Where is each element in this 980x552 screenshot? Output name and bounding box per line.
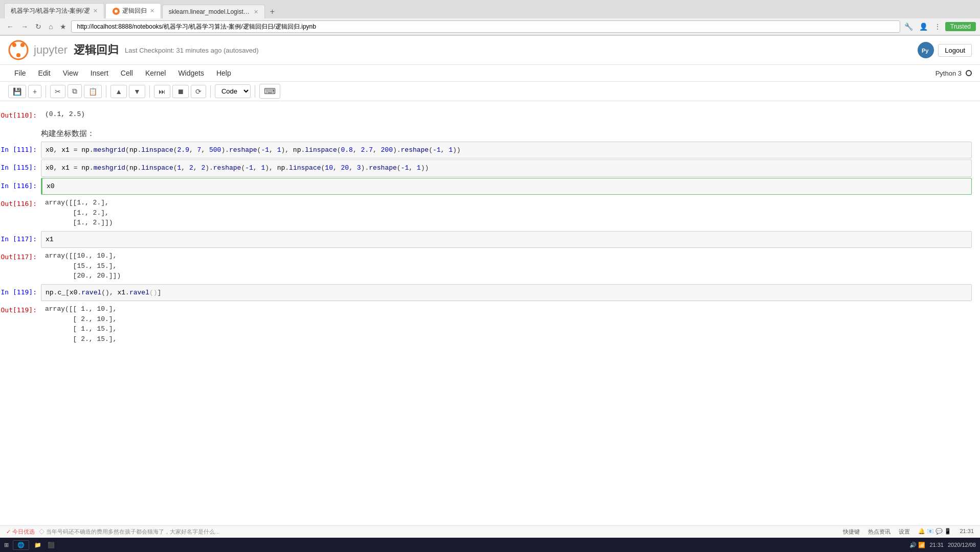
code-cell-119[interactable]: np.c_[x0.ravel(), x1.ravel()] (41, 284, 972, 302)
kernel-name: Python 3 (936, 70, 962, 77)
new-tab-button[interactable]: + (266, 5, 279, 18)
toolbar: 💾 + ✂ ⧉ 📋 ▲ ▼ ⏭ ⏹ ⟳ Code ⌨ (0, 82, 980, 101)
output-110: (0.1, 2.5) (41, 107, 972, 122)
svg-point-5 (16, 53, 20, 57)
input-117[interactable]: x1 (41, 231, 972, 248)
save-button[interactable]: 💾 (8, 85, 26, 98)
code-cell-111[interactable]: x0, x1 = np.meshgrid(np.linspace(2.9, 7,… (41, 142, 972, 159)
tab-sklearn-close[interactable]: ✕ (254, 9, 258, 15)
trusted-badge[interactable]: Trusted (945, 22, 976, 31)
output-119-text: array([[ 1., 10.], [ 2., 10.], [ 1., 15.… (41, 302, 972, 346)
reload-button[interactable]: ↻ (33, 21, 44, 32)
cell-in-116: In [116]: x0 (0, 178, 980, 195)
python-logo: Py (918, 42, 934, 58)
tab-logistic[interactable]: 逻辑回归 ✕ (105, 3, 161, 18)
cell-out-117: Out[117]: array([[10., 10.], [15., 15.],… (0, 249, 980, 283)
output-116-text: array([[1., 2.], [1., 2.], [1., 2.]]) (41, 196, 972, 230)
status-settings[interactable]: 设置 (899, 528, 910, 536)
interrupt-button[interactable]: ⏹ (172, 85, 189, 98)
move-up-button[interactable]: ▲ (110, 85, 127, 98)
taskbar-terminal[interactable]: ⬛ (44, 541, 58, 549)
output-117: array([[10., 10.], [15., 15.], [20., 20.… (41, 249, 972, 283)
toolbar-separator-1 (46, 85, 46, 98)
input-115[interactable]: x0, x1 = np.meshgrid(np.linspace(1, 2, 2… (41, 159, 972, 177)
menu-view[interactable]: View (57, 67, 84, 79)
code-cell-115[interactable]: x0, x1 = np.meshgrid(np.linspace(1, 2, 2… (41, 159, 972, 177)
paste-cell-button[interactable]: 📋 (84, 85, 102, 98)
tab-sklearn[interactable]: sklearn.linear_model.Logistic... ✕ (162, 5, 265, 18)
keyboard-shortcuts-button[interactable]: ⌨ (259, 84, 280, 99)
logout-button[interactable]: Logout (938, 44, 972, 57)
jupyter-brand: jupyter (34, 43, 68, 57)
toolbar-separator-2 (106, 85, 106, 98)
code-cell-116[interactable]: x0 (41, 178, 972, 195)
taskbar-items: 🌐 📁 ⬛ (9, 540, 909, 550)
menu-kernel[interactable]: Kernel (139, 67, 172, 79)
nav-bar: ← → ↻ ⌂ ★ 🔧 👤 ⋮ Trusted (0, 18, 980, 35)
run-button[interactable]: ⏭ (154, 85, 170, 98)
back-button[interactable]: ← (4, 21, 16, 32)
home-button[interactable]: ⌂ (46, 21, 55, 32)
output-119: array([[ 1., 10.], [ 2., 10.], [ 1., 15.… (41, 302, 972, 346)
jupyter-tab-icon (112, 7, 120, 15)
status-shortcuts[interactable]: 快捷键 (843, 528, 860, 536)
input-111[interactable]: x0, x1 = np.meshgrid(np.linspace(2.9, 7,… (41, 142, 972, 159)
input-119[interactable]: np.c_[x0.ravel(), x1.ravel()] (41, 284, 972, 302)
status-hotspot[interactable]: 热点资讯 (868, 528, 890, 536)
kernel-info: Python 3 (936, 70, 972, 77)
status-bar: ✓ 今日优选 ◇ 当年号码还不确造的费用多然在孩子都会猫海了，大家好名字是什么.… (0, 525, 980, 538)
cell-in-111: In [111]: x0, x1 = np.meshgrid(np.linspa… (0, 142, 980, 159)
tab-logistic-title: 逻辑回归 (122, 7, 147, 15)
status-right: 快捷键 热点资讯 设置 🔔 📧 💬 📱 21:31 (843, 528, 974, 536)
taskbar-explorer[interactable]: 📁 (31, 541, 44, 549)
taskbar-start[interactable]: ⊞ (4, 542, 9, 548)
copy-cell-button[interactable]: ⧉ (68, 84, 82, 98)
cut-cell-button[interactable]: ✂ (50, 85, 65, 98)
menu-insert[interactable]: Insert (84, 67, 115, 79)
extensions-button[interactable]: 🔧 (902, 21, 915, 32)
notebook-name[interactable]: 逻辑回归 (74, 42, 119, 58)
menu-file[interactable]: File (8, 67, 32, 79)
status-icons: 🔔 📧 💬 📱 (918, 528, 951, 536)
checkpoint-info: Last Checkpoint: 31 minutes ago (autosav… (125, 47, 918, 54)
status-time-right: 21:31 (960, 528, 974, 536)
tab-sklearn-title: sklearn.linear_model.Logistic... (169, 8, 251, 15)
restart-button[interactable]: ⟳ (191, 85, 206, 98)
add-cell-button[interactable]: + (28, 85, 41, 98)
tab-bar: 机器学习/机器学习法-案例/逻 ✕ 逻辑回归 ✕ sklearn.linear_… (0, 0, 980, 18)
svg-text:Py: Py (922, 48, 929, 54)
output-110-text: (0.1, 2.5) (41, 107, 972, 122)
menu-button[interactable]: ⋮ (932, 21, 943, 32)
tab-logistic-close[interactable]: ✕ (150, 8, 154, 14)
bookmark-button[interactable]: ★ (57, 21, 69, 32)
menu-bar: File Edit View Insert Cell Kernel Widget… (0, 65, 980, 82)
prompt-in-119: In [119]: (0, 284, 41, 302)
jupyter-logo: jupyter (8, 40, 68, 60)
tab-ml-notebook[interactable]: 机器学习/机器学习法-案例/逻 ✕ (4, 3, 104, 18)
section-label: 构建坐标数据： (0, 123, 980, 141)
status-today[interactable]: ✓ 今日优选 (6, 528, 35, 536)
code-cell-117[interactable]: x1 (41, 231, 972, 248)
menu-widgets[interactable]: Widgets (172, 67, 210, 79)
browser-taskbar-icon: 🌐 (17, 542, 25, 548)
taskbar-right: 🔊 📶 21:31 2020/12/08 (909, 542, 976, 548)
forward-button[interactable]: → (18, 21, 31, 32)
svg-point-3 (12, 43, 16, 47)
tab-ml-notebook-close[interactable]: ✕ (93, 8, 98, 14)
account-button[interactable]: 👤 (917, 21, 930, 32)
prompt-in-115: In [115]: (0, 159, 41, 177)
svg-point-1 (115, 10, 118, 13)
taskbar: ⊞ 🌐 📁 ⬛ 🔊 📶 21:31 2020/12/08 (0, 538, 980, 552)
taskbar-browser[interactable]: 🌐 (13, 540, 29, 550)
toolbar-separator-3 (149, 85, 150, 98)
taskbar-date: 2020/12/08 (948, 542, 976, 548)
menu-edit[interactable]: Edit (32, 67, 57, 79)
menu-cell[interactable]: Cell (115, 67, 139, 79)
address-bar[interactable] (71, 20, 900, 33)
svg-point-4 (20, 43, 25, 47)
input-116[interactable]: x0 (41, 178, 972, 195)
move-down-button[interactable]: ▼ (129, 85, 145, 98)
menu-help[interactable]: Help (210, 67, 237, 79)
cell-in-119: In [119]: np.c_[x0.ravel(), x1.ravel()] (0, 284, 980, 302)
cell-type-select[interactable]: Code (215, 84, 251, 98)
